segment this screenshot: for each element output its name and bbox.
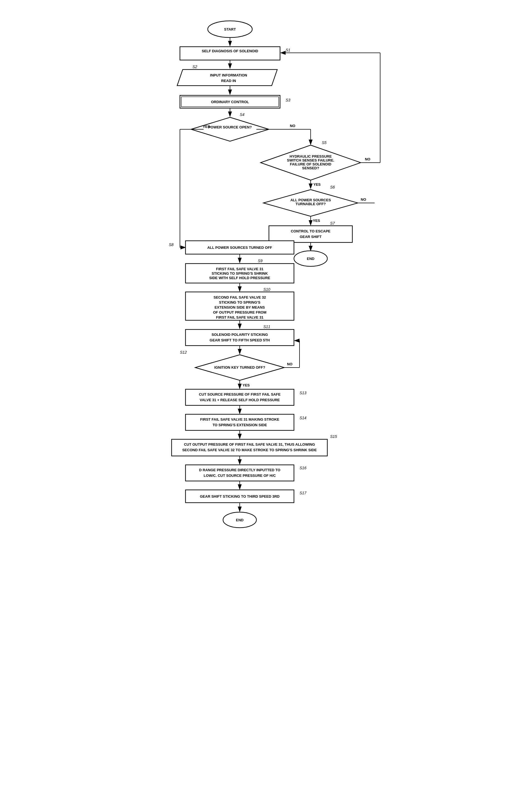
s11-text-1: SOLENOID POLARITY STICKING xyxy=(211,332,268,337)
s12-yes: YES xyxy=(243,383,250,387)
s5-no: NO xyxy=(365,157,370,161)
s9-text-3: SIDE WITH SELF HOLD PRESSURE xyxy=(209,276,270,280)
s15-label: S15 xyxy=(330,434,337,439)
s14-text-2: TO SPRING'S EXTENSION SIDE xyxy=(212,423,267,427)
s1-text: SELF DIAGNOSIS OF SOLENOID xyxy=(202,49,258,53)
s4-text-1: POWER SOURCE OPEN? xyxy=(208,125,252,129)
s3-text: ORDINARY CONTROL xyxy=(211,100,249,104)
s14-label: S14 xyxy=(300,416,306,420)
s12-text: IGNITION KEY TURNED OFF? xyxy=(214,365,265,369)
end2-label: END xyxy=(236,518,243,522)
s5-text-3: FAILURE OF SOLENOID xyxy=(290,162,331,166)
s8-text: ALL POWER SOURCES TURNED OFF xyxy=(207,246,272,250)
s10-text-1: SECOND FAIL SAFE VALVE 32 xyxy=(213,295,266,300)
s9-text-1: FIRST FAIL SAFE VALVE 31 xyxy=(216,267,263,271)
flowchart-container: START SELF DIAGNOSIS OF SOLENOID S1 INPU… xyxy=(147,5,386,806)
s9-label: S9 xyxy=(258,258,263,263)
s5-text-4: SENSED? xyxy=(302,166,319,170)
svg-rect-40 xyxy=(186,389,294,405)
s11-text-2: GEAR SHIFT TO FIFTH SPEED 5TH xyxy=(209,338,269,342)
s7-text-2: GEAR SHIFT xyxy=(300,235,322,239)
s16-text-1: D RANGE PRESSURE DIRECTLY INPUTTED TO xyxy=(199,468,280,472)
s10-label: S10 xyxy=(263,287,270,292)
s6-text-2: TURNABLE OFF? xyxy=(295,202,326,206)
svg-marker-5 xyxy=(177,70,277,85)
svg-rect-33 xyxy=(186,329,294,346)
s2-text-1: INPUT INFORMATION xyxy=(210,73,247,77)
s6-no: NO xyxy=(361,197,366,202)
s17-text: GEAR SHIFT STICKING TO THIRD SPEED 3RD xyxy=(200,494,280,499)
s3-label: S3 xyxy=(286,98,290,102)
end1-label: END xyxy=(307,256,314,261)
s11-label: S11 xyxy=(263,324,270,329)
s9-text-2: STICKING TO SPRING'S SHRINK xyxy=(211,271,268,275)
s10-text-4: OF OUTPUT PRESSURE FROM xyxy=(213,310,266,314)
s5-text-2: SWITCH SENSES FAILURE. xyxy=(287,158,334,162)
svg-rect-42 xyxy=(186,414,294,430)
s4-no: NO xyxy=(290,124,295,128)
s4-yes: YES xyxy=(203,124,210,129)
s10-text-5: FIRST FAIL SAFE VALVE 31 xyxy=(216,315,263,320)
s16-label: S16 xyxy=(300,466,306,470)
s12-label: S12 xyxy=(180,350,187,354)
s5-text-1: HYDRAULIC PRESSURE xyxy=(289,154,332,158)
s1-label: S1 xyxy=(286,48,290,52)
s16-text-2: LOW/C. CUT SOURCE PRESSURE OF H/C xyxy=(204,474,276,478)
s13-text-1: CUT SOURCE PRESSURE OF FIRST FAIL SAFE xyxy=(199,392,281,397)
s7-label: S7 xyxy=(330,221,335,226)
s6-yes: YES xyxy=(313,218,320,223)
s2-text-2: READ IN xyxy=(221,79,236,83)
s6-text-1: ALL POWER SOURCES xyxy=(290,198,331,202)
s17-label: S17 xyxy=(300,491,307,495)
svg-rect-44 xyxy=(172,439,327,456)
s4-label: S4 xyxy=(240,112,244,117)
start-label: START xyxy=(224,27,235,32)
svg-rect-46 xyxy=(186,465,294,481)
s6-label: S6 xyxy=(330,185,335,189)
s10-text-3: EXTENSION SIDE BY MEANS xyxy=(214,305,265,309)
s14-text-1: FIRST FAIL SAFE VALVE 31 MAKING STROKE xyxy=(200,417,279,422)
s13-label: S13 xyxy=(300,391,306,395)
s2-label: S2 xyxy=(192,64,197,69)
s7-text-1: CONTROL TO ESCAPE xyxy=(291,229,330,233)
s15-text-2: SECOND FAIL SAFE VALVE 32 TO MAKE STROKE… xyxy=(182,448,317,452)
s10-text-2: STICKING TO SPRING'S xyxy=(219,300,260,304)
s5-label: S5 xyxy=(322,140,326,145)
s12-no: NO xyxy=(287,362,292,366)
s13-text-2: VALVE 31 + RELEASE SELF HOLD PRESSURE xyxy=(200,398,280,402)
s15-text-1: CUT OUTPUT PRESSURE OF FIRST FAIL SAFE V… xyxy=(184,442,315,446)
s8-label: S8 xyxy=(169,243,173,247)
s5-yes: YES xyxy=(314,183,321,187)
svg-rect-24 xyxy=(269,226,353,243)
